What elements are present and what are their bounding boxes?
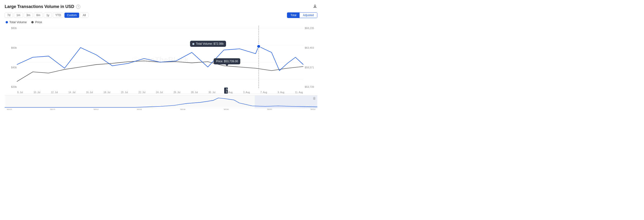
chart-area: $80b $60b $40b $20b intoTheBlock: [5, 26, 317, 94]
legend-item-price: Price: [31, 20, 42, 24]
y-label-68235: $68,235: [305, 27, 317, 30]
x-label-jul8: 8. Jul: [17, 91, 23, 94]
type-btn-total[interactable]: Total: [287, 13, 300, 18]
chart-legend: Total Volume Price: [5, 20, 317, 24]
type-filter-group: Total Adjusted: [287, 13, 317, 18]
x-label-jul16: 16. Jul: [86, 91, 93, 94]
x-axis: 8. Jul 10. Jul 12. Jul 14. Jul 16. Jul 1…: [17, 91, 303, 94]
x-label-jul24: 24. Jul: [156, 91, 163, 94]
time-btn-1m[interactable]: 1m: [14, 13, 23, 18]
x-label-aug3: 3. Aug: [243, 91, 250, 94]
year-2016: 2016: [136, 108, 142, 110]
mini-year-labels: 2010 2012 2014 2016 2018 2020 2022 2024: [5, 108, 317, 110]
svg-marker-1: [134, 58, 137, 62]
mini-chart-section: 🗑 2010 2012 2014 2016 2018 2020 2022 202…: [5, 95, 317, 110]
x-label-jul28: 28. Jul: [191, 91, 198, 94]
time-btn-all[interactable]: All: [80, 13, 88, 18]
type-btn-adjusted[interactable]: Adjusted: [300, 13, 317, 18]
volume-highlight-dot: [257, 45, 260, 48]
x-label-aug9: 9. Aug: [278, 91, 284, 94]
time-btn-3m[interactable]: 3m: [24, 13, 33, 18]
y-axis-left: $80b $60b $40b $20b: [5, 26, 17, 94]
y-label-58571: $58,571: [305, 66, 317, 69]
chart-title: Large Transactions Volume in USD: [5, 4, 74, 9]
x-label-jul30: 30. Jul: [208, 91, 215, 94]
download-icon[interactable]: [313, 4, 317, 10]
legend-item-volume: Total Volume: [6, 20, 26, 24]
x-label-jul12: 12. Jul: [51, 91, 58, 94]
controls-row: 7d 1m 3m 6m 1y YTD Custom All Total Adju…: [5, 13, 317, 18]
title-area: Large Transactions Volume in USD ?: [5, 4, 80, 9]
year-2022: 2022: [267, 108, 272, 110]
time-btn-custom[interactable]: Custom: [64, 13, 79, 18]
x-label-jul10: 10. Jul: [34, 91, 40, 94]
legend-dot-volume: [6, 21, 8, 23]
y-label-80b: $80b: [5, 27, 17, 30]
svg-marker-0: [132, 56, 139, 63]
y-label-53739: $53,739: [305, 85, 317, 88]
y-label-20b: $20b: [5, 85, 17, 88]
legend-label-price: Price: [35, 20, 42, 24]
y-label-63403: $63,403: [305, 46, 317, 49]
time-btn-7d[interactable]: 7d: [5, 13, 13, 18]
trash-icon[interactable]: 🗑: [313, 96, 316, 100]
time-btn-1y[interactable]: 1y: [44, 13, 52, 18]
x-label-jul20: 20. Jul: [121, 91, 128, 94]
time-filter-group: 7d 1m 3m 6m 1y YTD Custom All: [5, 13, 88, 18]
x-label-jul22: 22. Jul: [138, 91, 145, 94]
year-2018: 2018: [180, 108, 185, 110]
y-label-40b: $40b: [5, 66, 17, 69]
time-btn-ytd[interactable]: YTD: [53, 13, 64, 18]
chart-header: Large Transactions Volume in USD ?: [5, 4, 317, 10]
mini-chart-area: 🗑: [5, 95, 317, 108]
x-label-aug11: 11. Aug: [295, 91, 303, 94]
y-label-60b: $60b: [5, 46, 17, 49]
legend-dot-price: [31, 21, 34, 23]
watermark: intoTheBlock: [132, 55, 188, 64]
x-label-aug1: 1. Aug: [226, 91, 232, 94]
year-2010: 2010: [6, 108, 12, 110]
mini-selection-region[interactable]: [255, 95, 317, 108]
x-label-aug7: 7. Aug: [260, 91, 267, 94]
year-2024: 2024: [310, 108, 316, 110]
legend-label-volume: Total Volume: [9, 20, 26, 24]
y-axis-right: $68,235 $63,403 $58,571 $53,739: [303, 26, 317, 94]
year-2014: 2014: [94, 108, 98, 110]
x-label-jul26: 26. Jul: [174, 91, 180, 94]
x-label-jul14: 14. Jul: [68, 91, 75, 94]
mini-chart-svg: [5, 95, 317, 108]
year-2012: 2012: [50, 108, 55, 110]
x-label-jul18: 18. Jul: [104, 91, 110, 94]
chart-inner: intoTheBlock Total Volume: [17, 26, 303, 94]
year-2020: 2020: [224, 108, 228, 110]
help-icon[interactable]: ?: [76, 5, 80, 9]
time-btn-6m[interactable]: 6m: [34, 13, 43, 18]
